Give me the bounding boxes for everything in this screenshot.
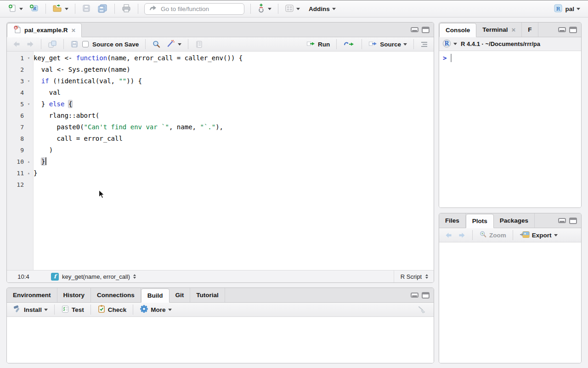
compile-report-button[interactable] xyxy=(193,39,205,50)
code-line-1[interactable]: 1▾key_get <- function(name, error_call =… xyxy=(7,52,434,64)
code-line-8[interactable]: 8 call = error_call xyxy=(7,133,434,144)
function-scope-label[interactable]: key_get(name, error_call) xyxy=(62,273,130,280)
tab-terminal[interactable]: Terminal× xyxy=(476,23,522,37)
tab-console[interactable]: Console xyxy=(439,23,476,37)
maximize-pane-icon[interactable] xyxy=(422,292,430,299)
code-line-9[interactable]: 9 ) xyxy=(7,144,434,156)
version-control-button[interactable] xyxy=(255,2,274,16)
tab-f[interactable]: F xyxy=(522,23,538,37)
export-plot-button[interactable]: Export xyxy=(518,230,560,241)
minimize-pane-icon[interactable] xyxy=(558,218,566,223)
tab-close-icon[interactable]: × xyxy=(512,26,516,34)
code-line-3[interactable]: 3▾ if (!identical(val, "")) { xyxy=(7,75,434,87)
version-control-dropdown-caret[interactable] xyxy=(268,8,271,10)
addins-dropdown-caret[interactable] xyxy=(332,8,336,10)
toolbar-separator xyxy=(278,4,278,14)
toolbar-separator xyxy=(75,4,75,14)
panes-dropdown-caret[interactable] xyxy=(296,8,300,10)
popout-window-button[interactable] xyxy=(46,39,59,49)
code-editor[interactable]: 1▾key_get <- function(name, error_call =… xyxy=(7,52,434,270)
tab-close-icon[interactable]: × xyxy=(72,26,76,34)
source-on-save-checkbox[interactable] xyxy=(82,41,89,47)
test-button[interactable]: Test xyxy=(59,304,86,316)
print-button[interactable] xyxy=(119,3,134,15)
document-outline-button[interactable] xyxy=(418,40,430,49)
rerun-button[interactable] xyxy=(341,39,357,49)
more-dropdown-caret[interactable] xyxy=(168,309,172,311)
install-dropdown-caret[interactable] xyxy=(44,309,48,311)
toolbar-separator xyxy=(133,305,133,315)
tab-packages[interactable]: Packages xyxy=(494,213,535,228)
clear-build-button[interactable] xyxy=(415,305,428,315)
next-plot-button[interactable] xyxy=(456,231,468,239)
new-file-button[interactable] xyxy=(6,3,25,15)
save-document-button[interactable] xyxy=(68,39,80,49)
open-file-dropdown-caret[interactable] xyxy=(65,8,68,10)
save-all-button[interactable] xyxy=(95,3,110,15)
maximize-pane-icon[interactable] xyxy=(569,218,577,224)
r-version-dropdown-caret[interactable] xyxy=(453,43,457,45)
run-button[interactable]: Run xyxy=(305,39,332,50)
fold-marker-icon[interactable]: ▴ xyxy=(24,167,34,179)
project-menu-button[interactable]: R pal xyxy=(551,3,582,15)
workspace-panes-button[interactable] xyxy=(283,3,302,15)
install-button[interactable]: Install xyxy=(11,304,50,316)
check-button[interactable]: Check xyxy=(96,304,129,316)
project-dropdown-caret[interactable] xyxy=(577,8,580,10)
fold-marker-icon[interactable]: ▾ xyxy=(24,75,34,87)
code-line-7[interactable]: 7 paste0("Can't find env var `", name, "… xyxy=(7,121,434,133)
tab-connections[interactable]: Connections xyxy=(91,288,141,302)
maximize-pane-icon[interactable] xyxy=(422,27,430,33)
code-text: } xyxy=(34,156,46,167)
code-line-2[interactable]: 2 val <- Sys.getenv(name) xyxy=(7,64,434,75)
save-button[interactable] xyxy=(79,3,93,15)
source-statusbar: 10:4 f key_get(name, error_call) R Scrip… xyxy=(7,270,434,282)
maximize-pane-icon[interactable] xyxy=(569,27,577,33)
file-type-selector-icon[interactable] xyxy=(425,274,428,279)
new-project-button[interactable]: R xyxy=(27,3,41,15)
tab-git[interactable]: Git xyxy=(170,288,191,302)
code-line-11[interactable]: 11▴} xyxy=(7,167,434,179)
tab-build[interactable]: Build xyxy=(141,288,170,303)
tab-plots[interactable]: Plots xyxy=(466,214,494,228)
minimize-pane-icon[interactable] xyxy=(558,27,566,32)
find-replace-button[interactable] xyxy=(150,39,163,50)
code-tools-button[interactable] xyxy=(164,38,183,50)
fold-marker-icon[interactable]: ▾ xyxy=(24,98,34,110)
more-button[interactable]: More xyxy=(138,304,173,316)
tab-label: Plots xyxy=(472,218,487,224)
forward-button[interactable] xyxy=(24,40,36,48)
goto-file-input[interactable]: Go to file/function xyxy=(144,3,244,15)
open-file-button[interactable] xyxy=(50,3,71,15)
source-on-save-label: Source on Save xyxy=(90,40,141,49)
tab-environment[interactable]: Environment xyxy=(7,288,57,302)
scope-selector-icon[interactable] xyxy=(133,274,136,279)
previous-plot-button[interactable] xyxy=(443,231,454,239)
zoom-plot-button[interactable]: Zoom xyxy=(477,230,508,241)
minimize-pane-icon[interactable] xyxy=(411,27,418,32)
minimize-pane-icon[interactable] xyxy=(411,293,418,298)
addins-button[interactable]: Addins xyxy=(306,5,338,13)
back-button[interactable] xyxy=(11,40,23,48)
code-line-6[interactable]: 6 rlang::abort( xyxy=(7,110,434,121)
fold-marker-icon[interactable]: ▴ xyxy=(24,156,34,167)
export-dropdown-caret[interactable] xyxy=(554,234,558,236)
tab-label: pal_example.R xyxy=(24,27,68,34)
tab-files[interactable]: Files xyxy=(439,213,466,228)
new-file-dropdown-caret[interactable] xyxy=(19,8,23,10)
console-output[interactable]: > xyxy=(439,51,581,207)
code-tools-dropdown-caret[interactable] xyxy=(178,43,181,46)
code-line-4[interactable]: 4 val xyxy=(7,87,434,98)
code-line-12[interactable]: 12 xyxy=(7,179,434,190)
tab-tutorial[interactable]: Tutorial xyxy=(190,288,225,302)
file-type-selector[interactable]: R Script xyxy=(394,270,434,282)
code-line-5[interactable]: 5▾ } else { xyxy=(7,98,434,110)
tab-pal-example[interactable]: R pal_example.R × xyxy=(7,23,82,37)
source-button[interactable]: Source xyxy=(367,39,409,50)
plots-tabstrip: FilesPlotsPackages xyxy=(439,213,581,228)
code-text: key_get <- function(name, error_call = c… xyxy=(34,52,243,64)
source-dropdown-caret[interactable] xyxy=(403,43,407,46)
tab-history[interactable]: History xyxy=(57,288,91,302)
fold-marker-icon[interactable]: ▾ xyxy=(24,52,34,64)
code-line-10[interactable]: 10▴ } xyxy=(7,156,434,167)
